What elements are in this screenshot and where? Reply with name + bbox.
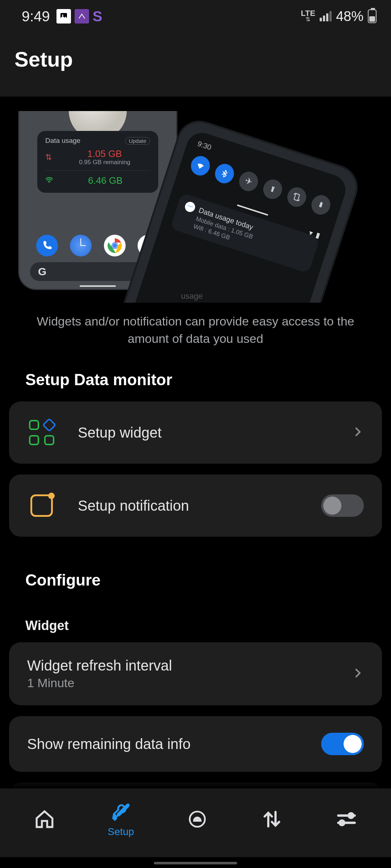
preview-illustration: Data usage Update ⇅ 1.05 GB 0.95 GB rema…	[18, 111, 391, 303]
nav-app-usage[interactable]	[186, 808, 209, 831]
svg-point-17	[349, 813, 353, 818]
refresh-interval-value: 1 Minute	[27, 676, 352, 690]
airplane-toggle-icon: ✈	[237, 169, 261, 193]
nav-setup[interactable]: Setup	[108, 801, 134, 838]
gesture-bar[interactable]	[154, 862, 237, 864]
signal-icon	[320, 11, 332, 21]
clock-app-icon	[70, 235, 92, 256]
status-left: 9:49 S	[22, 8, 102, 25]
battery-percentage: 48%	[336, 9, 363, 24]
mobile-data-icon: ⇅	[45, 153, 52, 162]
nav-speed[interactable]	[260, 808, 283, 831]
section-setup-monitor-title: Setup Data monitor	[0, 347, 391, 401]
preview-mobile-value: 1.05 GB	[59, 148, 150, 159]
refresh-interval-title: Widget refresh interval	[27, 658, 352, 674]
page-title: Setup	[14, 47, 377, 71]
svg-rect-9	[271, 188, 274, 192]
bluetooth-toggle-icon	[213, 161, 236, 186]
svg-point-1	[62, 14, 63, 16]
nav-home[interactable]	[33, 808, 56, 831]
bottom-nav: Setup	[0, 788, 391, 857]
status-right: LTE ⇅ 48%	[301, 9, 377, 24]
wifi-toggle-icon	[188, 154, 212, 178]
chrome-app-icon	[104, 235, 126, 256]
wifi-small-icon: ▾	[308, 228, 314, 238]
tools-icon	[109, 801, 133, 824]
svg-point-14	[195, 818, 196, 820]
widget-icon	[29, 420, 54, 445]
show-remaining-label: Show remaining data info	[27, 736, 321, 752]
google-g-icon: G	[38, 265, 46, 278]
sliders-icon	[335, 808, 358, 831]
widget-refresh-interval-row[interactable]: Widget refresh interval 1 Minute	[9, 642, 382, 705]
home-icon	[33, 808, 56, 831]
content: Data usage Update ⇅ 1.05 GB 0.95 GB rema…	[0, 111, 391, 846]
show-remaining-row[interactable]: Show remaining data info	[9, 716, 382, 772]
app-header: Setup	[0, 33, 391, 97]
status-bar: 9:49 S LTE ⇅ 48%	[0, 0, 391, 33]
letter-s-icon: S	[93, 8, 102, 25]
app-notif-icon: 〰	[184, 200, 196, 213]
network-type: LTE	[301, 10, 315, 17]
setup-widget-row[interactable]: Setup widget	[9, 401, 382, 464]
battery-toggle-icon	[309, 193, 333, 217]
android-circle-icon	[186, 808, 209, 831]
svg-point-15	[198, 818, 199, 820]
preview-widget-card: Data usage Update ⇅ 1.05 GB 0.95 GB rema…	[37, 131, 158, 193]
preview-widget-update: Update	[125, 137, 150, 145]
chevron-right-icon	[352, 667, 364, 681]
phone-app-icon	[36, 235, 58, 256]
svg-point-6	[112, 243, 117, 248]
gesture-handle-icon	[80, 285, 116, 287]
data-arrows-icon: ⇅	[306, 17, 310, 22]
svg-point-2	[49, 182, 50, 183]
status-app-icons: S	[56, 8, 102, 25]
setup-notification-toggle[interactable]	[321, 494, 364, 517]
show-remaining-toggle[interactable]	[321, 733, 364, 755]
nav-settings[interactable]	[335, 808, 358, 831]
status-time: 9:49	[22, 8, 50, 25]
nav-setup-label: Setup	[108, 826, 134, 838]
svg-rect-11	[319, 202, 323, 208]
up-down-arrows-icon	[260, 808, 283, 831]
battery-small-icon: ▮	[315, 230, 321, 240]
svg-point-19	[340, 821, 344, 825]
picture-icon	[56, 9, 71, 24]
wifi-icon	[45, 176, 53, 186]
setup-notification-row[interactable]: Setup notification	[9, 475, 382, 537]
setup-notification-label: Setup notification	[78, 498, 321, 514]
widget-subsection-title: Widget	[0, 602, 391, 642]
chevron-right-icon	[352, 426, 364, 439]
setup-widget-label: Setup widget	[78, 425, 352, 441]
network-indicator: LTE ⇅	[301, 10, 315, 22]
battery-icon	[368, 9, 377, 23]
preview-caption: Widgets and/or notification can provide …	[0, 303, 391, 347]
preview-usage-label: usage	[181, 292, 203, 301]
app-purple-icon	[75, 9, 89, 24]
section-configure-title: Configure	[0, 548, 391, 602]
preview-wifi-value: 6.46 GB	[60, 175, 150, 186]
preview-mobile-remaining: 0.95 GB remaining	[59, 159, 150, 166]
notification-icon	[30, 494, 53, 517]
svg-rect-10	[294, 193, 300, 201]
preview-widget-title: Data usage	[45, 137, 80, 145]
flashlight-toggle-icon	[261, 177, 285, 201]
rotate-toggle-icon	[285, 185, 309, 209]
